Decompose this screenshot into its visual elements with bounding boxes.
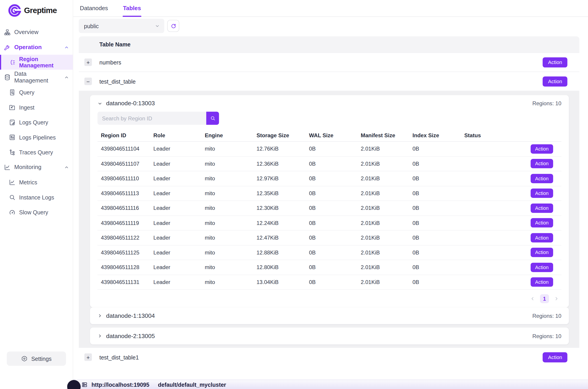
action-button[interactable]: Action xyxy=(543,57,567,67)
sidebar-item-region-management[interactable]: Region Management xyxy=(0,55,73,70)
cell-role: Leader xyxy=(150,264,201,270)
settings-label: Settings xyxy=(31,356,52,362)
chevron-right-icon xyxy=(554,296,559,301)
brand-name: Greptime xyxy=(24,6,57,15)
cell-region-id: 4398046511116 xyxy=(98,205,150,211)
region-row: 4398046511107Leadermito12.36KiB0B2.01KiB… xyxy=(98,156,561,171)
region-row: 4398046511125Leadermito12.88KiB0B2.01KiB… xyxy=(98,245,561,260)
cell-manifest-size: 2.01KiB xyxy=(357,146,409,152)
cell-wal-size: 0B xyxy=(306,146,358,152)
region-action-button[interactable]: Action xyxy=(530,233,553,243)
org-icon xyxy=(3,28,11,36)
server-url[interactable]: http://localhost:19095 xyxy=(92,381,149,388)
sidebar-item-label: Instance Logs xyxy=(19,194,54,200)
cell-region-id: 4398046511107 xyxy=(98,161,150,167)
sidebar-item-data-management[interactable]: Data Management xyxy=(0,70,73,85)
region-action-button[interactable]: Action xyxy=(530,248,553,257)
refresh-icon xyxy=(170,23,176,29)
cell-index-size: 0B xyxy=(409,205,461,211)
sidebar-item-operation[interactable]: Operation xyxy=(0,40,73,55)
region-row: 4398046511128Leadermito12.80KiB0B2.01KiB… xyxy=(98,260,561,275)
sidebar-item-label: Query xyxy=(19,89,34,95)
datanode-0-header[interactable]: datanode-0:13003 Regions: 10 xyxy=(90,95,569,110)
region-table: Region IDRoleEngineStorage SizeWAL SizeM… xyxy=(98,129,561,290)
page-number[interactable]: 1 xyxy=(540,294,549,303)
table-row-numbers: + numbers Action xyxy=(79,53,579,72)
region-action-button[interactable]: Action xyxy=(530,159,553,168)
expand-button[interactable]: + xyxy=(84,58,92,66)
cell-wal-size: 0B xyxy=(306,190,358,196)
sliders-icon xyxy=(8,133,16,141)
region-action-button[interactable]: Action xyxy=(530,203,553,213)
sidebar-item-query[interactable]: Query xyxy=(0,85,73,100)
sidebar-item-logs-query[interactable]: Logs Query xyxy=(0,115,73,130)
cell-region-id: 4398046511110 xyxy=(98,176,150,182)
cell-wal-size: 0B xyxy=(306,205,358,211)
region-action-button[interactable]: Action xyxy=(530,144,553,154)
cell-storage-size: 13.04KiB xyxy=(253,279,306,285)
previous-page-button[interactable] xyxy=(530,296,535,301)
refresh-button[interactable] xyxy=(167,20,179,32)
sidebar-item-overview[interactable]: Overview xyxy=(0,25,73,40)
tab-label: Tables xyxy=(123,5,141,12)
next-page-button[interactable] xyxy=(554,296,559,301)
chevron-up-icon xyxy=(64,165,69,170)
sidebar-item-metrics[interactable]: Metrics xyxy=(0,175,73,190)
sidebar-item-label: Logs Query xyxy=(19,119,48,125)
region-row: 4398046511110Leadermito12.97KiB0B2.01KiB… xyxy=(98,171,561,186)
cell-engine: mito xyxy=(201,279,253,285)
region-action-button[interactable]: Action xyxy=(530,174,553,183)
sidebar-item-label: Region Management xyxy=(19,56,69,69)
cell-index-size: 0B xyxy=(409,161,461,167)
datanode-2-header[interactable]: datanode-2:13005Regions: 10 xyxy=(90,327,569,344)
action-button[interactable]: Action xyxy=(543,352,567,362)
cell-region-id: 4398046511125 xyxy=(98,250,150,256)
tree-icon xyxy=(8,148,16,156)
chevron-up-icon xyxy=(64,45,69,50)
region-search-input[interactable] xyxy=(98,112,206,125)
sidebar-item-monitoring[interactable]: Monitoring xyxy=(0,160,73,175)
sidebar-item-logs-pipelines[interactable]: Logs Pipelines xyxy=(0,130,73,145)
column-header-index-size: Index Size xyxy=(409,132,461,138)
schema-select[interactable]: public xyxy=(79,19,164,33)
sidebar-item-label: Metrics xyxy=(19,179,37,185)
collapse-button[interactable]: − xyxy=(84,78,92,85)
cell-wal-size: 0B xyxy=(306,250,358,256)
action-button[interactable]: Action xyxy=(543,76,567,86)
region-icon xyxy=(8,58,16,66)
cell-engine: mito xyxy=(201,264,253,270)
cell-manifest-size: 2.01KiB xyxy=(357,279,409,285)
cell-manifest-size: 2.01KiB xyxy=(357,250,409,256)
sidebar-item-traces-query[interactable]: Traces Query xyxy=(0,145,73,160)
sidebar-item-slow-query[interactable]: Slow Query xyxy=(0,205,73,220)
datanode-panel-2: datanode-2:13005Regions: 10 xyxy=(90,327,569,344)
cell-index-size: 0B xyxy=(409,279,461,285)
cell-region-id: 4398046511131 xyxy=(98,279,150,285)
region-action-button[interactable]: Action xyxy=(530,277,553,287)
cell-wal-size: 0B xyxy=(306,279,358,285)
cell-storage-size: 12.24KiB xyxy=(253,220,306,226)
chevron-left-icon xyxy=(530,296,535,301)
region-action-button[interactable]: Action xyxy=(530,189,553,198)
cell-index-size: 0B xyxy=(409,176,461,182)
greptime-logo-icon xyxy=(8,4,21,17)
settings-button[interactable]: Settings xyxy=(7,352,66,366)
chevron-right-icon xyxy=(98,334,102,339)
datanode-1-header[interactable]: datanode-1:13004Regions: 10 xyxy=(90,307,569,324)
tab-tables[interactable]: Tables xyxy=(123,0,141,16)
column-header-region-id: Region ID xyxy=(98,132,150,138)
tab-datanodes[interactable]: Datanodes xyxy=(80,0,108,16)
cell-wal-size: 0B xyxy=(306,264,358,270)
region-search-button[interactable] xyxy=(206,112,219,125)
server-icon xyxy=(81,381,88,388)
sidebar-item-ingest[interactable]: Ingest xyxy=(0,100,73,115)
cell-wal-size: 0B xyxy=(306,220,358,226)
region-row: 4398046511122Leadermito12.47KiB0B2.01KiB… xyxy=(98,230,561,245)
expand-button[interactable]: + xyxy=(84,353,92,361)
region-action-button[interactable]: Action xyxy=(530,262,553,272)
column-header-wal-size: WAL Size xyxy=(306,132,358,138)
sidebar-item-instance-logs[interactable]: Instance Logs xyxy=(0,190,73,205)
cell-role: Leader xyxy=(150,161,201,167)
region-action-button[interactable]: Action xyxy=(530,218,553,228)
region-table-header: Region IDRoleEngineStorage SizeWAL SizeM… xyxy=(98,129,561,142)
